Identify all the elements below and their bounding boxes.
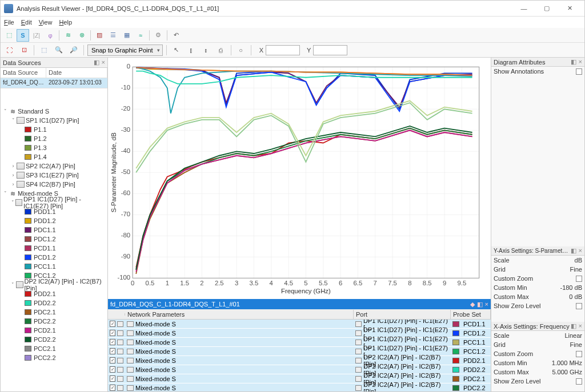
tool-phi-button[interactable]: φ xyxy=(44,29,57,42)
tab-pin-icon[interactable]: ◆ xyxy=(470,301,475,308)
svg-text:8: 8 xyxy=(408,280,411,286)
close-button[interactable]: ✕ xyxy=(558,1,581,16)
circle-icon[interactable]: ○ xyxy=(235,44,247,56)
tool-list-icon[interactable]: ☰ xyxy=(107,29,119,42)
zoom-window-icon[interactable]: ⬚ xyxy=(38,44,50,56)
cursor-icon[interactable]: ↖ xyxy=(170,44,183,56)
tab-undock-icon[interactable]: ◧ xyxy=(477,301,483,308)
tool-z-button[interactable]: |Z| xyxy=(30,29,43,42)
source-row-selected[interactable]: fd_DDR4_DQ…2023-09-27 13:01:03 xyxy=(1,78,107,88)
tree-sp3[interactable]: ›SP3 IC1(E27) [Pin] xyxy=(2,171,106,180)
svg-text:4.5: 4.5 xyxy=(284,280,293,286)
tool-s-button[interactable]: S xyxy=(17,29,29,42)
x-axis-title: X-Axis Settings: Frequency ◧× xyxy=(491,322,584,331)
data-sources-panel: Data Sources ◧× Data SourceDate fd_DDR4_… xyxy=(1,58,108,391)
svg-text:3.5: 3.5 xyxy=(250,280,259,286)
svg-text:-40: -40 xyxy=(121,147,130,154)
data-sources-header: Data Sources ◧× xyxy=(1,58,107,68)
svg-text:-50: -50 xyxy=(121,168,130,175)
tool-settings-icon[interactable]: ⚙ xyxy=(152,29,165,42)
undock-icon[interactable]: ◧ xyxy=(571,58,576,66)
menu-edit[interactable]: Edit xyxy=(21,19,32,26)
tree-dp1[interactable]: ˅DP1 IC1(D27) [Pin] - IC1(E27) [Pin] xyxy=(2,198,106,207)
tree-sp4[interactable]: ›SP4 IC2(B7) [Pin] xyxy=(2,180,106,189)
tool-wave-icon[interactable]: ≈ xyxy=(134,29,147,42)
tool-pick-icon[interactable]: ▨ xyxy=(93,29,106,42)
maximize-button[interactable]: ▢ xyxy=(535,1,558,16)
chart-svg: 0-10-20-30-40-50-60-70-80-90-10000.511.5… xyxy=(109,61,485,296)
chart-area[interactable]: 0-10-20-30-40-50-60-70-80-90-10000.511.5… xyxy=(108,58,491,299)
y-label: Y xyxy=(307,47,311,54)
right-panel: Diagram Attributes ◧× Show Annotations Y… xyxy=(491,58,584,391)
x-field[interactable] xyxy=(266,45,300,55)
svg-text:-10: -10 xyxy=(121,84,130,91)
y-field[interactable] xyxy=(313,45,347,55)
zoom-in-icon[interactable]: 🔎 xyxy=(67,44,80,56)
tool-undo-icon[interactable]: ↶ xyxy=(170,29,182,42)
undock-icon[interactable]: ◧ xyxy=(94,59,99,66)
zoom-out-icon[interactable]: 🔍 xyxy=(53,44,65,56)
app-icon xyxy=(4,4,13,13)
menu-help[interactable]: Help xyxy=(59,19,72,26)
tree-dp2[interactable]: ˅DP2 IC2(A7) [Pin] - IC2(B7) [Pin] xyxy=(2,280,106,289)
tree-leaf[interactable]: P1.1 xyxy=(2,125,106,134)
tree-leaf[interactable]: PCC2.2 xyxy=(2,353,106,362)
svg-text:2.5: 2.5 xyxy=(215,280,224,286)
tool-grid-icon[interactable]: ▦ xyxy=(121,29,133,42)
np-header: Network Parameters Port Probe Set xyxy=(108,309,491,320)
close-panel-icon[interactable]: × xyxy=(102,59,105,66)
tree-leaf[interactable]: PDC1.2 xyxy=(2,235,106,244)
tree-leaf[interactable]: PDC1.1 xyxy=(2,225,106,235)
menu-file[interactable]: File xyxy=(4,19,14,26)
tree-leaf[interactable]: PCC2.1 xyxy=(2,344,106,353)
marker-h-icon[interactable]: ⫾ xyxy=(200,44,213,56)
tool-fit-icon[interactable]: ⬚ xyxy=(3,29,15,42)
tree-leaf[interactable]: PCD2.1 xyxy=(2,326,106,335)
tool-polar-icon[interactable]: ⊗ xyxy=(75,29,88,42)
tree-sp1[interactable]: ˅SP1 IC1(D27) [Pin] xyxy=(2,116,106,125)
tree-leaf[interactable]: PCD2.2 xyxy=(2,335,106,344)
snap-dropdown[interactable]: Snap to Graphic Point xyxy=(87,45,163,56)
svg-text:6.5: 6.5 xyxy=(354,280,363,286)
tool-smith-icon[interactable]: ≋ xyxy=(62,29,74,42)
tree-leaf[interactable]: PDD2.2 xyxy=(2,298,106,308)
sources-columns: Data SourceDate xyxy=(1,68,107,78)
parameter-tree: ˅≋Standard S ˅SP1 IC1(D27) [Pin] P1.1P1.… xyxy=(1,106,107,391)
svg-text:9.5: 9.5 xyxy=(458,280,467,286)
tree-leaf[interactable]: PCC1.1 xyxy=(2,262,106,271)
x-label: X xyxy=(259,47,263,54)
tree-standard-s[interactable]: ˅≋Standard S xyxy=(2,107,106,116)
tree-sp2[interactable]: ›SP2 IC2(A7) [Pin] xyxy=(2,161,106,171)
menubar: File Edit View Help xyxy=(1,17,584,28)
minimize-button[interactable]: — xyxy=(512,1,535,16)
tree-leaf[interactable]: PDD1.2 xyxy=(2,216,106,225)
svg-text:-20: -20 xyxy=(121,105,130,112)
bottom-tab[interactable]: fd_DDR4_DQS_C_L1-DDR4_DQS_T_L1_#01 ◆◧× xyxy=(108,299,491,309)
tree-leaf[interactable]: PCD1.1 xyxy=(2,244,106,253)
y-axis-title: Y-Axis Settings: S-Parameter Magnitude ◧… xyxy=(491,246,584,256)
svg-text:6: 6 xyxy=(339,280,342,286)
svg-text:7: 7 xyxy=(374,280,377,286)
marker-v-icon[interactable]: ⫿ xyxy=(185,44,198,56)
toolbar-secondary: ⛶ ⊡ ⬚ 🔍 🔎 Snap to Graphic Point ↖ ⫿ ⫾ ⎙ … xyxy=(1,43,584,58)
tree-leaf[interactable]: P1.3 xyxy=(2,143,106,152)
menu-view[interactable]: View xyxy=(39,19,53,26)
tree-leaf[interactable]: P1.4 xyxy=(2,152,106,161)
svg-text:1: 1 xyxy=(166,280,169,286)
close-icon[interactable]: × xyxy=(579,58,582,66)
svg-text:8.5: 8.5 xyxy=(423,280,432,286)
svg-text:-90: -90 xyxy=(121,253,130,260)
toolbar-main: ⬚ S |Z| φ ≋ ⊗ ▨ ☰ ▦ ≈ ⚙ ↶ xyxy=(1,28,584,43)
svg-text:-80: -80 xyxy=(121,232,130,239)
zoom-all-icon[interactable]: ⊡ xyxy=(18,44,30,56)
show-annotations-row[interactable]: Show Annotations xyxy=(491,67,584,76)
tab-close-icon[interactable]: × xyxy=(485,301,488,308)
svg-text:-30: -30 xyxy=(121,126,130,133)
tree-leaf[interactable]: PDC2.2 xyxy=(2,317,106,326)
tree-leaf[interactable]: PCD1.2 xyxy=(2,253,106,262)
tree-leaf[interactable]: P1.2 xyxy=(2,134,106,143)
zoom-extents-icon[interactable]: ⛶ xyxy=(3,44,15,56)
tree-leaf[interactable]: PDC2.1 xyxy=(2,308,106,317)
svg-text:-100: -100 xyxy=(117,274,130,281)
print-icon[interactable]: ⎙ xyxy=(215,44,227,56)
